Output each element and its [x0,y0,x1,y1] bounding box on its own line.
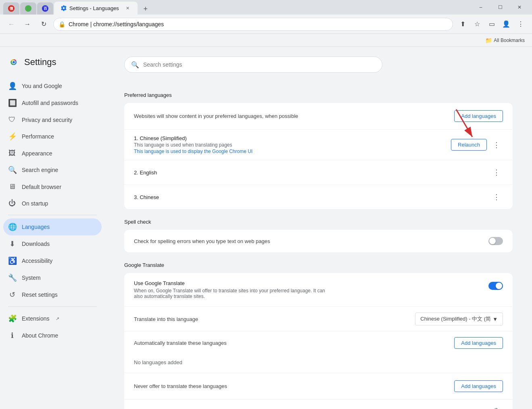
sidebar-item-languages[interactable]: 🌐 Languages [3,218,102,235]
reading-mode-button[interactable]: ▭ [485,18,498,31]
relaunch-button[interactable]: Relaunch [451,139,487,151]
extensions-label: Extensions [22,315,49,322]
sidebar-item-appearance[interactable]: 🖼 Appearance [3,145,102,162]
use-google-translate-row: Use Google Translate When on, Google Tra… [124,273,513,306]
language-1-menu-button[interactable]: ⋮ [490,138,503,151]
dropdown-arrow-icon: ▼ [492,316,498,322]
menu-button[interactable]: ⋮ [514,18,527,31]
language-1-desc: This language is used when translating p… [134,142,451,148]
spell-check-text: Check for spelling errors when you type … [134,238,270,244]
maximize-button[interactable]: ☐ [491,2,509,13]
translate-into-row: Translate into this language Chinese (Si… [124,306,513,331]
extensions-icon: 🧩 [8,314,16,323]
minimize-button[interactable]: – [471,2,490,13]
on-startup-icon: ⏻ [8,199,16,208]
performance-label: Performance [22,133,54,140]
new-tab-button[interactable]: + [140,3,151,15]
downloads-label: Downloads [22,241,50,247]
title-bar: 微 百 Settings - Languages ✕ + – ☐ ✕ [0,0,532,15]
main-content: 🔍 Preferred languages Websites will show… [105,47,532,409]
tab-close-button[interactable]: ✕ [125,5,131,11]
add-languages-button-1[interactable]: Add languages [454,110,503,122]
sidebar-item-system[interactable]: 🔧 System [3,269,102,286]
address-bar[interactable]: 🔒 Chrome | chrome://settings/languages [53,18,453,31]
auto-translate-add-button[interactable]: Add languages [454,337,503,349]
autofill-label: Autofill and passwords [22,100,78,106]
sidebar-item-performance[interactable]: ⚡ Performance [3,128,102,145]
sidebar: Settings 👤 You and Google 🔲 Autofill and… [0,47,105,409]
tab-settings[interactable]: Settings - Languages ✕ [54,2,138,15]
language-2-actions: ⋮ [490,166,503,179]
forward-button[interactable]: → [21,18,34,31]
language-3-info: 3. Chinese [134,194,490,200]
never-translate-add-button[interactable]: Add languages [454,380,503,392]
use-google-translate-desc: When on, Google Translate will offer to … [134,288,328,299]
language-3-menu-button[interactable]: ⋮ [490,191,503,203]
close-button[interactable]: ✕ [510,2,529,13]
search-bar[interactable]: 🔍 [124,57,382,73]
nav-bar: ← → ↻ 🔒 Chrome | chrome://settings/langu… [0,15,532,34]
language-2-info: 2. English [134,170,490,176]
sidebar-item-privacy[interactable]: 🛡 Privacy and security [3,111,102,128]
never-translate-row: Never offer to translate these languages… [124,373,513,399]
profile-button[interactable]: 👤 [500,18,513,31]
bookmarks-label: All Bookmarks [494,38,525,43]
search-bar-wrapper: 🔍 [124,57,513,82]
delete-never-translate-button[interactable]: 🗑 [490,405,503,409]
search-input[interactable] [143,61,376,68]
search-icon: 🔍 [131,61,139,69]
bookmark-button[interactable]: ☆ [471,18,484,31]
nav-actions: ⬆ ☆ ▭ 👤 ⋮ [456,18,527,31]
sidebar-item-reset-settings[interactable]: ↺ Reset settings [3,286,102,303]
sidebar-item-extensions[interactable]: 🧩 Extensions ↗ [3,310,102,327]
sidebar-item-search-engine[interactable]: 🔍 Search engine [3,162,102,178]
sidebar-item-on-startup[interactable]: ⏻ On startup [3,195,102,212]
language-2-menu-button[interactable]: ⋮ [490,166,503,179]
sidebar-item-accessibility[interactable]: ♿ Accessibility [3,252,102,269]
share-button[interactable]: ⬆ [456,18,469,31]
security-icon: 🔒 [58,21,65,27]
chrome-logo [8,57,19,68]
sidebar-item-downloads[interactable]: ⬇ Downloads [3,235,102,252]
system-label: System [22,275,41,281]
about-chrome-label: About Chrome [22,332,58,339]
tab-baidu[interactable]: 百 [37,2,53,15]
settings-title: Settings [24,57,56,67]
use-google-translate-label: Use Google Translate [134,280,488,286]
sidebar-item-about-chrome[interactable]: ℹ About Chrome [3,327,102,344]
external-link-icon: ↗ [56,316,59,321]
language-1-ui-text: This language is used to display the Goo… [134,149,451,154]
sidebar-item-you-and-google[interactable]: 👤 You and Google [3,78,102,94]
accessibility-label: Accessibility [22,258,52,264]
auto-translate-empty: No languages added [124,354,513,373]
use-google-translate-text: Use Google Translate When on, Google Tra… [134,280,488,299]
settings-favicon [61,5,67,11]
reload-button[interactable]: ↻ [37,18,50,31]
default-browser-icon: 🖥 [8,182,16,191]
sidebar-item-default-browser[interactable]: 🖥 Default browser [3,178,102,195]
language-1-actions: Relaunch ⋮ [451,138,503,151]
all-bookmarks[interactable]: 📁 All Bookmarks [483,36,527,44]
translate-into-select[interactable]: Chinese (Simplified) - 中文 (简 ▼ [415,313,503,325]
language-1-info: 1. Chinese (Simplified) This language is… [134,135,451,154]
reset-settings-label: Reset settings [22,292,58,298]
privacy-icon: 🛡 [8,115,16,124]
favicon-baidu: 百 [42,5,48,12]
address-text: Chrome | chrome://settings/languages [69,21,164,27]
tab-weibo[interactable]: 微 [3,2,19,15]
back-button[interactable]: ← [5,18,18,31]
about-chrome-icon: ℹ [8,331,16,340]
google-translate-toggle[interactable] [488,282,503,290]
preferred-languages-header: Websites will show content in your prefe… [124,103,513,129]
favicon-nod [25,5,31,12]
tab-nod[interactable] [20,2,36,15]
tab-strip: 微 百 Settings - Languages ✕ + [3,2,151,15]
privacy-label: Privacy and security [22,117,72,123]
folder-icon: 📁 [485,37,492,44]
spell-check-toggle[interactable] [488,237,503,245]
never-translate-lang-item: Chinese (Simplified) 🗑 [124,399,513,409]
you-and-google-icon: 👤 [8,82,16,90]
preferred-languages-desc: Websites will show content in your prefe… [134,113,454,119]
sidebar-item-autofill[interactable]: 🔲 Autofill and passwords [3,94,102,111]
languages-icon: 🌐 [8,222,16,231]
